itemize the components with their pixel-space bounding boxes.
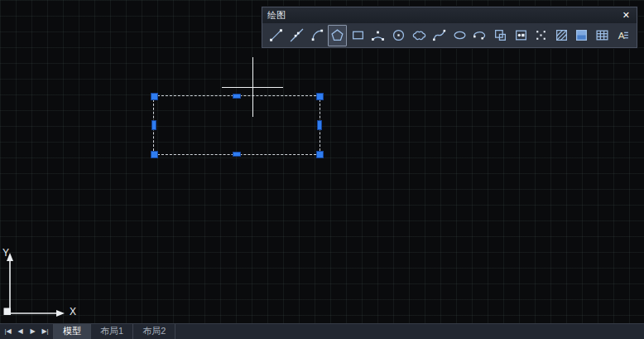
polygon-icon[interactable] xyxy=(328,25,348,46)
insert-block-icon[interactable] xyxy=(491,25,511,46)
arc-3point-icon[interactable] xyxy=(368,25,388,46)
grip-corner-top-right[interactable] xyxy=(316,93,324,100)
mtext-icon[interactable]: A xyxy=(613,25,632,46)
tab-布局1[interactable]: 布局1 xyxy=(91,324,133,339)
draw-toolbar-titlebar[interactable]: 绘图 ✕ xyxy=(262,7,637,23)
grip-midpoint-top[interactable] xyxy=(233,94,241,99)
point-icon[interactable] xyxy=(531,25,551,46)
tab-nav-prev-icon[interactable]: ◀ xyxy=(14,324,26,339)
layout-tabbar: |◀◀▶▶| 模型布局1布局2 xyxy=(0,323,644,339)
gradient-icon[interactable] xyxy=(572,25,592,46)
ucs-x-axis-label: X xyxy=(70,306,76,317)
spline-icon[interactable] xyxy=(430,25,449,46)
draw-toolbar-title: 绘图 xyxy=(267,9,286,22)
grip-midpoint-left[interactable] xyxy=(151,120,156,130)
grip-corner-bottom-right[interactable] xyxy=(316,151,324,158)
construction-line-icon[interactable] xyxy=(287,25,307,46)
make-block-icon[interactable] xyxy=(511,25,531,46)
draw-toolbar-tools: A xyxy=(262,23,637,47)
grip-corner-bottom-left[interactable] xyxy=(151,151,158,158)
grid-background xyxy=(0,0,644,324)
svg-text:A: A xyxy=(618,30,624,41)
grip-midpoint-right[interactable] xyxy=(317,120,322,130)
ellipse-icon[interactable] xyxy=(449,25,469,46)
tab-nav: |◀◀▶▶| xyxy=(0,324,54,339)
close-icon[interactable]: ✕ xyxy=(621,10,632,21)
layout-tabs: 模型布局1布局2 xyxy=(54,324,175,339)
arc-icon[interactable] xyxy=(307,25,327,46)
tab-nav-last-icon[interactable]: ▶| xyxy=(39,324,51,339)
tab-nav-next-icon[interactable]: ▶ xyxy=(26,324,39,339)
line-icon[interactable] xyxy=(267,25,286,46)
ucs-y-axis-label: Y xyxy=(2,247,9,259)
grip-midpoint-bottom[interactable] xyxy=(233,152,241,157)
revision-cloud-icon[interactable] xyxy=(409,25,429,46)
tab-布局2[interactable]: 布局2 xyxy=(133,324,175,339)
tab-模型[interactable]: 模型 xyxy=(54,324,91,339)
tab-nav-first-icon[interactable]: |◀ xyxy=(2,324,14,339)
rectangle-icon[interactable] xyxy=(348,25,368,46)
ellipse-arc-icon[interactable] xyxy=(470,25,490,46)
crosshair-vertical-line xyxy=(252,57,253,117)
cad-window: 绘图 ✕ A Y X |◀◀▶▶| 模型布局1布局2 xyxy=(0,0,644,339)
hatch-icon[interactable] xyxy=(552,25,572,46)
draw-toolbar-panel: 绘图 ✕ A xyxy=(262,7,637,48)
table-icon[interactable] xyxy=(593,25,613,46)
circle-icon[interactable] xyxy=(389,25,409,46)
grip-corner-top-left[interactable] xyxy=(151,93,158,100)
selected-rectangle[interactable] xyxy=(153,95,320,155)
